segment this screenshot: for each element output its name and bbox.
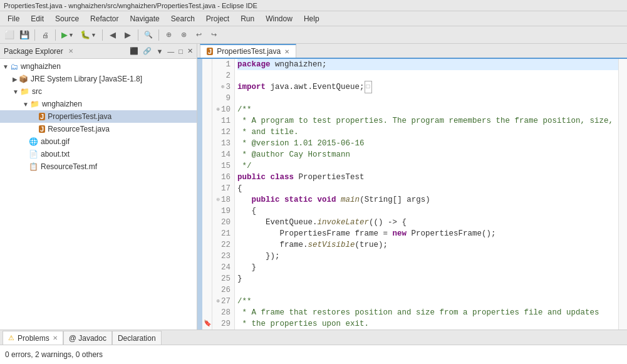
method-main: main <box>341 194 360 205</box>
toolbar-search[interactable]: 🔍 <box>142 28 155 42</box>
toolbar-save[interactable]: 💾 <box>18 28 31 42</box>
ln-25: 25 <box>215 273 231 284</box>
tree-item-properties-test[interactable]: ▶ J PropertiesTest.java <box>0 110 197 123</box>
toolbar-misc4[interactable]: ↪ <box>207 28 221 42</box>
ln-19: 19 <box>215 205 231 217</box>
toolbar-misc3[interactable]: ↩ <box>192 28 206 42</box>
tab-label: PropertiesTest.java <box>217 47 281 56</box>
package-explorer: Package Explorer ✕ ⬛ 🔗 ▼ — □ ✕ ▼ 🗂 wngha… <box>0 44 197 330</box>
toolbar-new[interactable]: ⬜ <box>3 28 16 42</box>
menu-search[interactable]: Search <box>166 13 200 24</box>
ln-2: 2 <box>215 70 231 81</box>
title-bar: PropertiesTest.java - wnghaizhen/src/wng… <box>0 0 627 11</box>
tree-label-src: src <box>32 87 42 96</box>
code-line-1: package wnghaizhen; <box>237 59 618 70</box>
code-line-15: */ <box>237 160 618 172</box>
ln-13: 13 <box>215 138 231 149</box>
ln-28: 28 <box>215 307 231 318</box>
menu-window[interactable]: Window <box>261 13 298 24</box>
ln-18: ⊖18 <box>215 194 231 205</box>
ann-bookmark: 🔖 <box>202 318 212 330</box>
bottom-tabs: ⚠ Problems ✕ @ Javadoc Declaration <box>0 330 627 345</box>
menu-file[interactable]: File <box>3 13 24 24</box>
ln-17: 17 <box>215 183 231 194</box>
bottom-tab-problems[interactable]: ⚠ Problems ✕ <box>3 331 63 345</box>
code-line-13: * @version 1.01 2015-06-16 <box>237 138 618 149</box>
toolbar-debug-dropdown[interactable]: 🐛▼ <box>78 29 99 41</box>
code-area: 🔖 1 2 ⊕3 9 ⊕10 11 12 13 14 <box>197 59 627 330</box>
javadoc-label: @ Javadoc <box>69 334 106 343</box>
minimize-icon[interactable]: — <box>167 48 174 55</box>
code-lines[interactable]: package wnghaizhen; import java.awt.Even… <box>235 59 618 330</box>
ln-21: 21 <box>215 228 231 239</box>
panel-menu-icon[interactable]: ▼ <box>156 48 163 55</box>
javadoc-28: * A frame that restores position and siz… <box>237 307 599 318</box>
ann-8 <box>202 138 212 149</box>
editor-area: J PropertiesTest.java ✕ <box>197 44 627 330</box>
code-line-21: PropertiesFrame frame = new PropertiesFr… <box>237 228 618 239</box>
javadoc-12: * and title. <box>237 127 299 138</box>
editor-tab-properties-test[interactable]: J PropertiesTest.java ✕ <box>200 44 296 58</box>
ann-1 <box>202 59 212 70</box>
ln-9: 9 <box>215 93 231 104</box>
link-editor-icon[interactable]: 🔗 <box>143 47 152 55</box>
toolbar-back[interactable]: ◀ <box>106 28 120 42</box>
editor-content[interactable]: 🔖 1 2 ⊕3 9 ⊕10 11 12 13 14 <box>197 59 627 330</box>
ann-4 <box>202 93 212 104</box>
ln-26: 26 <box>215 284 231 296</box>
bottom-tab-javadoc[interactable]: @ Javadoc <box>63 331 112 345</box>
ln-29: 29 <box>215 318 231 330</box>
collapsed-imports[interactable]: □ <box>365 81 372 93</box>
tree-item-about-gif[interactable]: ▶ 🌐 about.gif <box>0 135 197 148</box>
ln-23: 23 <box>215 251 231 262</box>
method-setvisible: setVisible <box>308 239 355 251</box>
tree-item-about-txt[interactable]: ▶ 📄 about.txt <box>0 148 197 160</box>
toolbar-misc1[interactable]: ⊕ <box>162 28 176 42</box>
ln-11: 11 <box>215 115 231 127</box>
tree-item-resource-mf[interactable]: ▶ 📋 ResourceTest.mf <box>0 160 197 173</box>
toolbar-misc2[interactable]: ⊗ <box>177 28 191 42</box>
menu-navigate[interactable]: Navigate <box>125 13 164 24</box>
tree-item-wnghaizhen[interactable]: ▼ 🗂 wnghaizhen <box>0 60 197 73</box>
tree-item-pkg[interactable]: ▼ 📁 wnghaizhen <box>0 98 197 110</box>
code-line-16: public class PropertiesTest <box>237 172 618 183</box>
left-margin <box>197 59 202 330</box>
tab-close-icon[interactable]: ✕ <box>284 48 289 55</box>
menu-edit[interactable]: Edit <box>26 13 49 24</box>
ann-18 <box>202 251 212 262</box>
tree-item-jre[interactable]: ▶ 📦 JRE System Library [JavaSE-1.8] <box>0 73 197 85</box>
code-line-26 <box>237 284 618 296</box>
kw-class-16: class <box>271 172 294 183</box>
toolbar-print[interactable]: 🖨 <box>38 28 52 42</box>
tree-label-resource-test: ResourceTest.java <box>48 125 110 133</box>
toolbar-sep4 <box>138 29 138 41</box>
menu-project[interactable]: Project <box>201 13 234 24</box>
ln-10: ⊕10 <box>215 104 231 115</box>
ln-1: 1 <box>215 59 231 70</box>
ann-3 <box>202 81 212 93</box>
toolbar-forward[interactable]: ▶ <box>121 28 135 42</box>
menu-help[interactable]: Help <box>299 13 324 24</box>
code-line-23: }); <box>237 251 618 262</box>
problems-label: Problems <box>18 334 49 343</box>
tree-label-properties-test: PropertiesTest.java <box>48 112 111 121</box>
package-explorer-title: Package Explorer <box>4 47 63 56</box>
javadoc-27: /** <box>237 296 252 307</box>
close-icon[interactable]: ✕ <box>187 47 193 55</box>
maximize-icon[interactable]: □ <box>179 48 183 55</box>
collapse-all-icon[interactable]: ⬛ <box>130 47 138 55</box>
tree-item-src[interactable]: ▼ 📁 src <box>0 85 197 98</box>
menu-refactor[interactable]: Refactor <box>85 13 123 24</box>
menu-source[interactable]: Source <box>50 13 84 24</box>
menu-run[interactable]: Run <box>236 13 259 24</box>
bottom-tab-declaration[interactable]: Declaration <box>112 331 162 345</box>
ann-22 <box>202 296 212 307</box>
tree-label-about-gif: about.gif <box>41 137 70 146</box>
ann-20 <box>202 273 212 284</box>
toolbar-sep2 <box>55 29 56 41</box>
toolbar-run-dropdown[interactable]: ▶▼ <box>59 29 76 41</box>
tree-label-resource-mf: ResourceTest.mf <box>41 162 97 171</box>
ann-19 <box>202 262 212 273</box>
tree-item-resource-test[interactable]: ▶ J ResourceTest.java <box>0 123 197 135</box>
code-line-25: } <box>237 273 618 284</box>
